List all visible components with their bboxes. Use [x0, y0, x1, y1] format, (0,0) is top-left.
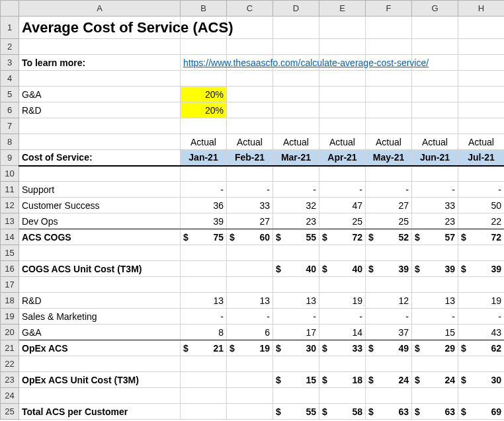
value-cell[interactable]: 25: [366, 213, 412, 229]
cell-B3[interactable]: https://www.thesaascfo.com/calculate-ave…: [181, 55, 227, 71]
cell-B7[interactable]: [181, 118, 227, 134]
value-cell[interactable]: -: [366, 182, 412, 198]
row-header-16[interactable]: 16: [1, 261, 19, 277]
cell-E8[interactable]: Actual: [319, 134, 366, 150]
cell-H2[interactable]: [458, 39, 505, 55]
value-cell[interactable]: $40: [319, 261, 366, 277]
value-cell[interactable]: $30: [458, 372, 505, 388]
cell-G10[interactable]: [412, 166, 458, 182]
cell-B16[interactable]: [181, 261, 227, 277]
cell-H1[interactable]: [458, 17, 505, 39]
value-cell[interactable]: $24: [366, 372, 412, 388]
value-cell[interactable]: $52: [366, 229, 412, 245]
value-cell[interactable]: 33: [227, 198, 273, 213]
cell-F1[interactable]: [366, 17, 412, 39]
row-header-11[interactable]: 11: [1, 182, 19, 198]
value-cell[interactable]: $72: [458, 229, 505, 245]
cell-D1[interactable]: [273, 17, 319, 39]
row-header-6[interactable]: 6: [1, 102, 19, 118]
row-header-25[interactable]: 25: [1, 404, 19, 420]
cell-E5[interactable]: [319, 87, 366, 102]
value-cell[interactable]: $39: [458, 261, 505, 277]
cell-D17[interactable]: [273, 277, 319, 293]
cell-F10[interactable]: [366, 166, 412, 182]
cell-C15[interactable]: [227, 245, 273, 261]
cell-G4[interactable]: [412, 71, 458, 87]
assumption-ga-value[interactable]: 20%: [181, 87, 227, 102]
column-header-C[interactable]: C: [227, 1, 273, 17]
value-cell[interactable]: -: [227, 309, 273, 325]
value-cell[interactable]: 17: [273, 325, 319, 340]
cell-B22[interactable]: [181, 356, 227, 372]
cell-D6[interactable]: [273, 102, 319, 118]
column-header-F[interactable]: F: [366, 1, 412, 17]
cell-F4[interactable]: [366, 71, 412, 87]
cell-H22[interactable]: [458, 356, 505, 372]
value-cell[interactable]: 12: [366, 293, 412, 309]
cell-A7[interactable]: [19, 118, 181, 134]
value-cell[interactable]: $60: [227, 229, 273, 245]
assumption-ga-label[interactable]: G&A: [19, 87, 181, 102]
cell-H17[interactable]: [458, 277, 505, 293]
value-cell[interactable]: 23: [273, 213, 319, 229]
column-header-H[interactable]: H: [458, 1, 505, 17]
cell-H15[interactable]: [458, 245, 505, 261]
cell-C16[interactable]: [227, 261, 273, 277]
cell-E3[interactable]: [319, 55, 366, 71]
cell-C4[interactable]: [227, 71, 273, 87]
month-header[interactable]: Jan-21: [181, 150, 227, 166]
cell-F22[interactable]: [366, 356, 412, 372]
cell-D10[interactable]: [273, 166, 319, 182]
cell-A18[interactable]: R&D: [19, 293, 181, 309]
cell-H10[interactable]: [458, 166, 505, 182]
cell-D3[interactable]: [273, 55, 319, 71]
cell-B10[interactable]: [181, 166, 227, 182]
row-header-2[interactable]: 2: [1, 39, 19, 55]
month-header[interactable]: Feb-21: [227, 150, 273, 166]
value-cell[interactable]: -: [227, 182, 273, 198]
value-cell[interactable]: 8: [181, 325, 227, 340]
cell-A13[interactable]: Dev Ops: [19, 213, 181, 229]
cell-A24[interactable]: [19, 388, 181, 404]
cell-A17[interactable]: [19, 277, 181, 293]
assumption-rd-label[interactable]: R&D: [19, 102, 181, 118]
value-cell[interactable]: 43: [458, 325, 505, 340]
value-cell[interactable]: 37: [366, 325, 412, 340]
value-cell[interactable]: 19: [319, 293, 366, 309]
assumption-rd-value[interactable]: 20%: [181, 102, 227, 118]
value-cell[interactable]: 27: [366, 198, 412, 213]
row-header-24[interactable]: 24: [1, 388, 19, 404]
month-header[interactable]: Mar-21: [273, 150, 319, 166]
cell-G8[interactable]: Actual: [412, 134, 458, 150]
row-header-3[interactable]: 3: [1, 55, 19, 71]
cell-B4[interactable]: [181, 71, 227, 87]
cell-C1[interactable]: [227, 17, 273, 39]
cell-A21[interactable]: OpEx ACS: [19, 340, 181, 356]
cell-F7[interactable]: [366, 118, 412, 134]
cell-D15[interactable]: [273, 245, 319, 261]
cell-G17[interactable]: [412, 277, 458, 293]
cell-D24[interactable]: [273, 388, 319, 404]
value-cell[interactable]: 47: [319, 198, 366, 213]
cell-C25[interactable]: [227, 404, 273, 420]
cell-C22[interactable]: [227, 356, 273, 372]
month-header[interactable]: Jun-21: [412, 150, 458, 166]
month-header[interactable]: Jul-21: [458, 150, 505, 166]
value-cell[interactable]: $72: [319, 229, 366, 245]
cell-A16[interactable]: COGS ACS Unit Cost (T3M): [19, 261, 181, 277]
row-header-13[interactable]: 13: [1, 213, 19, 229]
cell-B23[interactable]: [181, 372, 227, 388]
cell-D7[interactable]: [273, 118, 319, 134]
value-cell[interactable]: 13: [227, 293, 273, 309]
row-header-23[interactable]: 23: [1, 372, 19, 388]
cell-G1[interactable]: [412, 17, 458, 39]
cell-E24[interactable]: [319, 388, 366, 404]
row-header-17[interactable]: 17: [1, 277, 19, 293]
value-cell[interactable]: -: [273, 309, 319, 325]
value-cell[interactable]: $49: [366, 340, 412, 356]
cell-H6[interactable]: [458, 102, 505, 118]
row-header-19[interactable]: 19: [1, 309, 19, 325]
cell-A23[interactable]: OpEx ACS Unit Cost (T3M): [19, 372, 181, 388]
cell-H4[interactable]: [458, 71, 505, 87]
select-all-corner[interactable]: [1, 1, 19, 17]
